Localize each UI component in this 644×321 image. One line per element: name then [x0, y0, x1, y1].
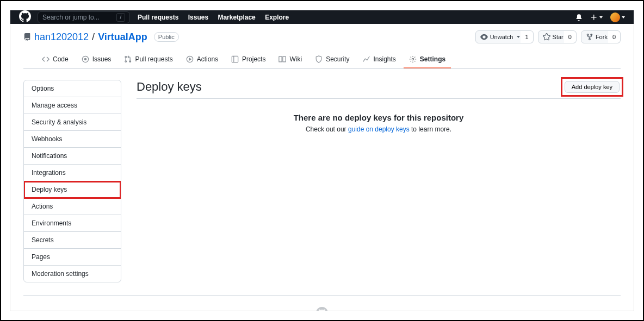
empty-text-post: to learn more.	[410, 125, 451, 133]
nav-pulls[interactable]: Pull requests	[138, 14, 178, 21]
footer-status[interactable]: Status	[195, 310, 212, 311]
svg-point-1	[84, 58, 86, 60]
nav-explore[interactable]: Explore	[265, 14, 289, 21]
footer-api[interactable]: API	[439, 310, 449, 311]
sidebar-item-deploy-keys[interactable]: Deploy keys	[24, 181, 121, 198]
avatar-icon	[610, 12, 620, 22]
sidebar-item-notifications[interactable]: Notifications	[24, 148, 121, 165]
shield-icon	[315, 55, 323, 63]
repo-icon	[23, 33, 31, 41]
code-icon	[42, 55, 49, 63]
sidebar-item-environments[interactable]: Environments	[24, 215, 121, 232]
footer-docs[interactable]: Docs	[227, 310, 240, 311]
star-icon	[543, 33, 550, 41]
sidebar-item-actions[interactable]: Actions	[24, 198, 121, 215]
settings-sidebar: Options Manage access Security & analysi…	[23, 80, 121, 282]
sidebar-item-moderation[interactable]: Moderation settings	[24, 266, 121, 282]
copyright: © 2021 GitHub, Inc.	[23, 310, 76, 311]
nav-issues[interactable]: Issues	[188, 14, 208, 21]
graph-icon	[363, 55, 370, 63]
tab-insights[interactable]: Insights	[357, 51, 401, 68]
empty-title: There are no deploy keys for this reposi…	[137, 113, 621, 122]
footer: © 2021 GitHub, Inc. Terms Privacy Securi…	[10, 296, 634, 311]
footer-privacy[interactable]: Privacy	[123, 310, 143, 311]
page-title: Deploy keys	[137, 80, 202, 94]
visibility-badge: Public	[154, 32, 179, 42]
play-icon	[186, 55, 194, 63]
eye-icon	[480, 33, 488, 41]
search-input[interactable]: Search or jump to... /	[38, 11, 130, 23]
repo-tabs: Code Issues Pull requests Actions Projec…	[23, 51, 621, 69]
projects-icon	[231, 55, 239, 63]
guide-link[interactable]: guide on deploy keys	[348, 125, 410, 133]
tab-issues[interactable]: Issues	[76, 51, 117, 68]
book-icon	[278, 55, 286, 63]
footer-about[interactable]: About	[528, 310, 544, 311]
repo-name-link[interactable]: VirtualApp	[98, 32, 147, 43]
github-mark-icon[interactable]	[316, 307, 328, 311]
watch-count[interactable]: 1	[521, 30, 533, 43]
sidebar-item-security-analysis[interactable]: Security & analysis	[24, 114, 121, 131]
footer-blog[interactable]: Blog	[501, 310, 513, 311]
tab-wiki[interactable]: Wiki	[273, 51, 307, 68]
sidebar-item-options[interactable]: Options	[24, 80, 121, 97]
fork-icon	[586, 33, 593, 41]
footer-training[interactable]: Training	[465, 310, 486, 311]
footer-security[interactable]: Security	[158, 310, 179, 311]
slash-key-icon: /	[116, 13, 125, 22]
github-logo-icon[interactable]	[19, 10, 31, 24]
notifications-icon[interactable]	[575, 14, 583, 21]
create-new-icon[interactable]	[590, 14, 603, 21]
footer-terms[interactable]: Terms	[91, 310, 108, 311]
sidebar-item-webhooks[interactable]: Webhooks	[24, 131, 121, 148]
tab-security[interactable]: Security	[309, 51, 355, 68]
unwatch-button[interactable]: Unwatch	[475, 30, 525, 43]
tab-projects[interactable]: Projects	[226, 51, 271, 68]
sidebar-item-integrations[interactable]: Integrations	[24, 165, 121, 181]
path-separator: /	[92, 32, 95, 43]
tab-pulls[interactable]: Pull requests	[119, 51, 178, 68]
empty-state: There are no deploy keys for this reposi…	[137, 113, 621, 133]
footer-contact[interactable]: Contact GitHub	[350, 310, 391, 311]
sidebar-item-secrets[interactable]: Secrets	[24, 232, 121, 249]
global-header: Search or jump to... / Pull requests Iss…	[10, 10, 634, 24]
svg-point-5	[412, 58, 414, 60]
tab-settings[interactable]: Settings	[404, 51, 451, 68]
issues-icon	[82, 55, 89, 63]
repo-owner-link[interactable]: han1202012	[34, 32, 89, 43]
star-count[interactable]: 0	[564, 30, 577, 43]
add-deploy-key-button[interactable]: Add deploy key	[565, 81, 620, 93]
global-nav: Pull requests Issues Marketplace Explore	[138, 14, 296, 21]
nav-marketplace[interactable]: Marketplace	[218, 14, 255, 21]
user-menu[interactable]	[610, 12, 625, 22]
repo-header: han1202012 / VirtualApp Public Unwatch 1	[10, 24, 634, 69]
tab-code[interactable]: Code	[36, 51, 74, 68]
search-placeholder: Search or jump to...	[42, 14, 100, 21]
pull-request-icon	[124, 55, 132, 63]
fork-count[interactable]: 0	[608, 30, 621, 43]
empty-text-pre: Check out our	[306, 125, 348, 133]
footer-pricing[interactable]: Pricing	[406, 310, 424, 311]
sidebar-item-pages[interactable]: Pages	[24, 249, 121, 266]
gear-icon	[409, 55, 417, 63]
sidebar-item-manage-access[interactable]: Manage access	[24, 97, 121, 114]
content-area: Deploy keys Add deploy key There are no …	[134, 80, 621, 282]
tab-actions[interactable]: Actions	[181, 51, 224, 68]
svg-rect-3	[232, 56, 238, 62]
